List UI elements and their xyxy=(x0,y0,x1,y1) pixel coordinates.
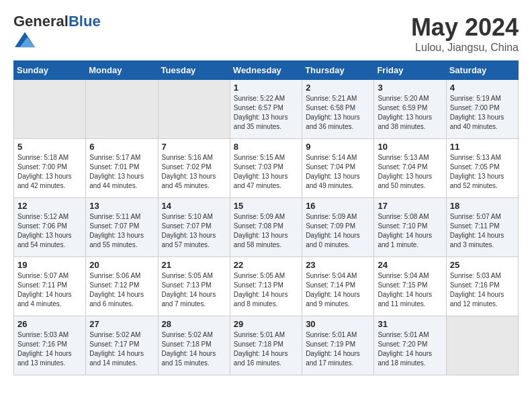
day-number: 2 xyxy=(306,83,370,93)
day-info: Sunrise: 5:22 AM Sunset: 6:57 PM Dayligh… xyxy=(234,94,298,132)
day-number: 30 xyxy=(306,319,370,329)
day-number: 20 xyxy=(89,260,154,270)
calendar-cell: 25Sunrise: 5:03 AM Sunset: 7:16 PM Dayli… xyxy=(446,257,518,316)
day-info: Sunrise: 5:03 AM Sunset: 7:16 PM Dayligh… xyxy=(450,271,515,309)
day-info: Sunrise: 5:05 AM Sunset: 7:13 PM Dayligh… xyxy=(162,271,226,309)
day-info: Sunrise: 5:17 AM Sunset: 7:01 PM Dayligh… xyxy=(89,153,154,191)
day-info: Sunrise: 5:05 AM Sunset: 7:13 PM Dayligh… xyxy=(234,271,298,309)
calendar-cell: 15Sunrise: 5:09 AM Sunset: 7:08 PM Dayli… xyxy=(230,198,302,257)
day-info: Sunrise: 5:15 AM Sunset: 7:03 PM Dayligh… xyxy=(234,153,298,191)
month-title: May 2024 xyxy=(411,13,519,42)
day-number: 8 xyxy=(234,142,298,152)
calendar-cell: 19Sunrise: 5:07 AM Sunset: 7:11 PM Dayli… xyxy=(14,257,86,316)
calendar-cell xyxy=(86,80,158,139)
day-number: 31 xyxy=(378,319,442,329)
day-info: Sunrise: 5:01 AM Sunset: 7:18 PM Dayligh… xyxy=(234,330,298,368)
calendar-cell: 17Sunrise: 5:08 AM Sunset: 7:10 PM Dayli… xyxy=(374,198,446,257)
logo-blue-text: Blue xyxy=(69,13,101,30)
day-info: Sunrise: 5:07 AM Sunset: 7:11 PM Dayligh… xyxy=(450,212,515,250)
day-number: 25 xyxy=(450,260,515,270)
calendar-cell: 18Sunrise: 5:07 AM Sunset: 7:11 PM Dayli… xyxy=(446,198,518,257)
day-number: 24 xyxy=(378,260,442,270)
calendar-cell: 31Sunrise: 5:01 AM Sunset: 7:20 PM Dayli… xyxy=(374,316,446,375)
day-info: Sunrise: 5:02 AM Sunset: 7:18 PM Dayligh… xyxy=(162,330,226,368)
day-number: 9 xyxy=(306,142,370,152)
calendar-cell: 27Sunrise: 5:02 AM Sunset: 7:17 PM Dayli… xyxy=(86,316,158,375)
logo-general-text: General xyxy=(13,13,69,30)
calendar-cell: 3Sunrise: 5:20 AM Sunset: 6:59 PM Daylig… xyxy=(374,80,446,139)
day-info: Sunrise: 5:08 AM Sunset: 7:10 PM Dayligh… xyxy=(378,212,442,250)
weekday-header-friday: Friday xyxy=(374,61,446,80)
day-number: 26 xyxy=(17,319,82,329)
calendar-cell: 29Sunrise: 5:01 AM Sunset: 7:18 PM Dayli… xyxy=(230,316,302,375)
day-info: Sunrise: 5:09 AM Sunset: 7:08 PM Dayligh… xyxy=(234,212,298,250)
day-number: 10 xyxy=(378,142,442,152)
calendar-week-2: 5Sunrise: 5:18 AM Sunset: 7:00 PM Daylig… xyxy=(14,139,519,198)
day-number: 21 xyxy=(162,260,226,270)
day-info: Sunrise: 5:12 AM Sunset: 7:06 PM Dayligh… xyxy=(17,212,82,250)
day-number: 17 xyxy=(378,201,442,211)
calendar-cell: 6Sunrise: 5:17 AM Sunset: 7:01 PM Daylig… xyxy=(86,139,158,198)
calendar-cell xyxy=(14,80,86,139)
calendar-week-1: 1Sunrise: 5:22 AM Sunset: 6:57 PM Daylig… xyxy=(14,80,519,139)
day-info: Sunrise: 5:07 AM Sunset: 7:11 PM Dayligh… xyxy=(17,271,82,309)
day-number: 1 xyxy=(234,83,298,93)
calendar-cell: 30Sunrise: 5:01 AM Sunset: 7:19 PM Dayli… xyxy=(302,316,374,375)
day-info: Sunrise: 5:14 AM Sunset: 7:04 PM Dayligh… xyxy=(306,153,370,191)
day-info: Sunrise: 5:04 AM Sunset: 7:15 PM Dayligh… xyxy=(378,271,442,309)
calendar-cell: 10Sunrise: 5:13 AM Sunset: 7:04 PM Dayli… xyxy=(374,139,446,198)
weekday-header-saturday: Saturday xyxy=(446,61,518,80)
weekday-header-wednesday: Wednesday xyxy=(230,61,302,80)
weekday-header-tuesday: Tuesday xyxy=(158,61,230,80)
logo: GeneralBlue xyxy=(13,13,101,52)
day-number: 14 xyxy=(162,201,226,211)
day-info: Sunrise: 5:09 AM Sunset: 7:09 PM Dayligh… xyxy=(306,212,370,250)
day-info: Sunrise: 5:06 AM Sunset: 7:12 PM Dayligh… xyxy=(89,271,154,309)
calendar-week-5: 26Sunrise: 5:03 AM Sunset: 7:16 PM Dayli… xyxy=(14,316,519,375)
day-number: 11 xyxy=(450,142,515,152)
day-number: 12 xyxy=(17,201,82,211)
calendar-cell: 20Sunrise: 5:06 AM Sunset: 7:12 PM Dayli… xyxy=(86,257,158,316)
location-text: Lulou, Jiangsu, China xyxy=(411,42,519,54)
day-number: 4 xyxy=(450,83,515,93)
day-info: Sunrise: 5:04 AM Sunset: 7:14 PM Dayligh… xyxy=(306,271,370,309)
calendar-cell: 16Sunrise: 5:09 AM Sunset: 7:09 PM Dayli… xyxy=(302,198,374,257)
calendar-cell xyxy=(446,316,518,375)
day-number: 29 xyxy=(234,319,298,329)
day-number: 13 xyxy=(89,201,154,211)
day-info: Sunrise: 5:16 AM Sunset: 7:02 PM Dayligh… xyxy=(162,153,226,191)
calendar-cell: 11Sunrise: 5:13 AM Sunset: 7:05 PM Dayli… xyxy=(446,139,518,198)
weekday-header-row: SundayMondayTuesdayWednesdayThursdayFrid… xyxy=(14,61,519,80)
calendar-table: SundayMondayTuesdayWednesdayThursdayFrid… xyxy=(13,60,519,375)
day-info: Sunrise: 5:10 AM Sunset: 7:07 PM Dayligh… xyxy=(162,212,226,250)
day-info: Sunrise: 5:20 AM Sunset: 6:59 PM Dayligh… xyxy=(378,94,442,132)
weekday-header-sunday: Sunday xyxy=(14,61,86,80)
day-number: 23 xyxy=(306,260,370,270)
calendar-cell: 4Sunrise: 5:19 AM Sunset: 7:00 PM Daylig… xyxy=(446,80,518,139)
calendar-week-4: 19Sunrise: 5:07 AM Sunset: 7:11 PM Dayli… xyxy=(14,257,519,316)
weekday-header-thursday: Thursday xyxy=(302,61,374,80)
day-number: 5 xyxy=(17,142,82,152)
calendar-cell: 22Sunrise: 5:05 AM Sunset: 7:13 PM Dayli… xyxy=(230,257,302,316)
calendar-cell: 26Sunrise: 5:03 AM Sunset: 7:16 PM Dayli… xyxy=(14,316,86,375)
calendar-cell: 13Sunrise: 5:11 AM Sunset: 7:07 PM Dayli… xyxy=(86,198,158,257)
calendar-cell: 9Sunrise: 5:14 AM Sunset: 7:04 PM Daylig… xyxy=(302,139,374,198)
day-info: Sunrise: 5:01 AM Sunset: 7:19 PM Dayligh… xyxy=(306,330,370,368)
calendar-cell: 1Sunrise: 5:22 AM Sunset: 6:57 PM Daylig… xyxy=(230,80,302,139)
calendar-week-3: 12Sunrise: 5:12 AM Sunset: 7:06 PM Dayli… xyxy=(14,198,519,257)
calendar-cell: 8Sunrise: 5:15 AM Sunset: 7:03 PM Daylig… xyxy=(230,139,302,198)
calendar-cell: 7Sunrise: 5:16 AM Sunset: 7:02 PM Daylig… xyxy=(158,139,230,198)
day-info: Sunrise: 5:02 AM Sunset: 7:17 PM Dayligh… xyxy=(89,330,154,368)
calendar-cell: 23Sunrise: 5:04 AM Sunset: 7:14 PM Dayli… xyxy=(302,257,374,316)
day-info: Sunrise: 5:13 AM Sunset: 7:04 PM Dayligh… xyxy=(378,153,442,191)
day-number: 16 xyxy=(306,201,370,211)
calendar-cell: 14Sunrise: 5:10 AM Sunset: 7:07 PM Dayli… xyxy=(158,198,230,257)
day-number: 22 xyxy=(234,260,298,270)
title-area: May 2024 Lulou, Jiangsu, China xyxy=(411,13,519,54)
day-info: Sunrise: 5:13 AM Sunset: 7:05 PM Dayligh… xyxy=(450,153,515,191)
calendar-cell: 21Sunrise: 5:05 AM Sunset: 7:13 PM Dayli… xyxy=(158,257,230,316)
calendar-cell: 24Sunrise: 5:04 AM Sunset: 7:15 PM Dayli… xyxy=(374,257,446,316)
calendar-cell: 5Sunrise: 5:18 AM Sunset: 7:00 PM Daylig… xyxy=(14,139,86,198)
calendar-cell: 12Sunrise: 5:12 AM Sunset: 7:06 PM Dayli… xyxy=(14,198,86,257)
day-number: 3 xyxy=(378,83,442,93)
